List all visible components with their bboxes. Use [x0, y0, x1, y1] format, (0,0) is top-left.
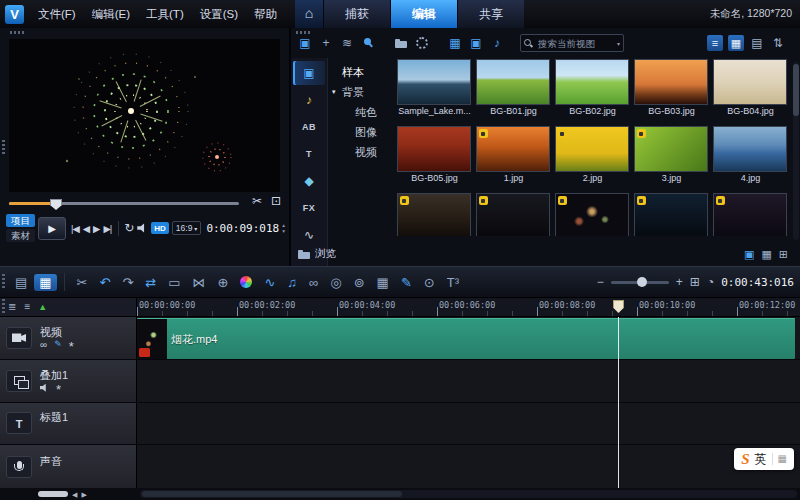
scroll-left-button[interactable]: ◀: [72, 491, 77, 498]
tab-edit[interactable]: 编辑: [390, 0, 457, 28]
speaker-icon[interactable]: [40, 384, 49, 392]
track-type-button[interactable]: [6, 456, 32, 478]
redo-button[interactable]: ↷: [117, 274, 138, 291]
library-thumbnail[interactable]: [555, 193, 631, 236]
show-audio-button[interactable]: ♪: [489, 35, 505, 51]
timecode-spinner[interactable]: ▴ ▾: [282, 222, 285, 234]
library-thumbnail[interactable]: Sample_Lake.m...: [397, 59, 473, 117]
timeline-view-button[interactable]: ▦: [34, 274, 56, 291]
small-grid-view-button[interactable]: ▦: [761, 248, 771, 261]
zoom-in-button[interactable]: +: [676, 275, 683, 289]
library-scrollbar[interactable]: [793, 62, 799, 240]
split-clip-icon[interactable]: ✂: [252, 194, 262, 208]
show-all-media-button[interactable]: ▦: [447, 35, 463, 51]
timeline-clip[interactable]: 烟花.mp4: [137, 318, 795, 359]
ime-toolbar[interactable]: S 英 ▦: [734, 448, 794, 470]
import-folder-button[interactable]: [393, 35, 409, 51]
preview-video[interactable]: [9, 39, 280, 192]
scrubber-handle[interactable]: [50, 199, 62, 210]
category-backgrounds[interactable]: ▾ 背景: [328, 82, 394, 102]
show-photos-button[interactable]: ▣: [468, 35, 484, 51]
tab-share[interactable]: 共享: [457, 0, 524, 28]
timeline-scrollbar-handle[interactable]: [142, 491, 402, 497]
library-thumbnail[interactable]: [476, 193, 552, 236]
nav-audio[interactable]: ♪: [293, 88, 325, 112]
motion-track-button[interactable]: ⊙: [419, 274, 440, 291]
tab-capture[interactable]: 捕获: [323, 0, 390, 28]
track-scroll-handle[interactable]: [38, 491, 68, 497]
duration-clock-icon[interactable]: ◔: [707, 275, 714, 289]
nav-title[interactable]: T: [293, 142, 325, 166]
home-button[interactable]: ⌂: [295, 0, 323, 28]
overlay-track-header[interactable]: 叠加1: [0, 360, 137, 402]
browse-button[interactable]: 浏览: [296, 246, 336, 262]
category-images[interactable]: 图像: [328, 122, 394, 142]
library-thumbnail[interactable]: BG-B01.jpg: [476, 59, 552, 117]
mode-project-button[interactable]: 项目: [6, 214, 35, 227]
library-thumbnail[interactable]: [397, 193, 473, 236]
scrollbar-handle[interactable]: [793, 64, 799, 116]
enlarge-preview-icon[interactable]: ⊡: [271, 194, 281, 208]
fit-project-button[interactable]: ▭: [163, 274, 185, 291]
split-clip-button[interactable]: ⋈: [188, 274, 211, 291]
track-type-button[interactable]: [6, 327, 32, 349]
aspect-ratio-select[interactable]: 16:9 ▾: [172, 221, 202, 235]
scroll-right-button[interactable]: ▶: [81, 491, 86, 498]
library-thumbnail[interactable]: 2.jpg: [555, 126, 631, 184]
undo-button[interactable]: ↶: [95, 274, 116, 291]
menu-item[interactable]: 文件(F): [30, 0, 84, 28]
sound-mixer-button[interactable]: ∿: [259, 274, 280, 291]
record-capture-button[interactable]: ⊚: [349, 274, 370, 291]
track-content[interactable]: [137, 445, 800, 488]
volume-button[interactable]: [137, 223, 148, 233]
category-videos[interactable]: 视频: [328, 142, 394, 162]
filter-media-button[interactable]: ≋: [339, 35, 355, 51]
multicam-editor-button[interactable]: ▦: [372, 274, 394, 291]
zoom-out-button[interactable]: −: [597, 275, 604, 289]
zoom-slider-handle[interactable]: [637, 277, 647, 287]
thumbnail-view-button[interactable]: ▦: [728, 35, 744, 51]
nav-filter[interactable]: FX: [293, 196, 325, 220]
nav-graphic[interactable]: ◆: [293, 169, 325, 193]
preview-scrubber[interactable]: [9, 199, 239, 208]
hd-badge[interactable]: HD: [151, 222, 169, 234]
preview-timecode[interactable]: 0:00:09:018: [206, 222, 279, 235]
menu-item[interactable]: 工具(T): [138, 0, 192, 28]
library-search[interactable]: ▾: [520, 34, 624, 52]
auto-music-button[interactable]: ♫: [282, 274, 302, 291]
search-caret-icon[interactable]: ▾: [617, 40, 620, 47]
mode-clip-button[interactable]: 素材: [6, 229, 35, 242]
video-track-header[interactable]: 视频: [0, 317, 137, 359]
edit-tools-button[interactable]: ✂: [72, 274, 93, 291]
track-type-button[interactable]: [6, 370, 32, 392]
spin-down-icon[interactable]: ▾: [282, 228, 285, 234]
pan-zoom-button[interactable]: ⊕: [213, 274, 234, 291]
title-track-header[interactable]: 标题1: [0, 403, 137, 445]
track-options-button[interactable]: ≡: [24, 302, 30, 312]
playhead-line[interactable]: [618, 317, 619, 488]
library-thumbnail[interactable]: 3.jpg: [634, 126, 710, 184]
repeat-button[interactable]: ↻: [124, 221, 134, 235]
add-track-button[interactable]: ▲: [38, 303, 47, 312]
panel-grip[interactable]: [296, 31, 312, 34]
track-type-button[interactable]: [6, 412, 32, 434]
menu-item[interactable]: 帮助: [246, 0, 285, 28]
effect-icon[interactable]: [54, 340, 62, 349]
fit-timeline-button[interactable]: ⊞: [690, 275, 700, 289]
category-solid[interactable]: 纯色: [328, 102, 394, 122]
title-3d-button[interactable]: T³: [442, 274, 464, 291]
nav-transition[interactable]: AB: [293, 115, 325, 139]
category-samples[interactable]: 样本: [328, 62, 394, 82]
timeline-scrollbar[interactable]: [140, 490, 797, 498]
ripple-edit-button[interactable]: ⇄: [140, 274, 161, 291]
ime-menu-icon[interactable]: ▦: [778, 454, 787, 464]
voice-track-header[interactable]: 声音: [0, 445, 137, 488]
compact-view-button[interactable]: ▤: [749, 35, 765, 51]
nav-media[interactable]: ▣: [293, 61, 325, 85]
library-thumbnail[interactable]: [713, 193, 789, 236]
library-thumbnail[interactable]: BG-B04.jpg: [713, 59, 789, 117]
storyboard-view-button[interactable]: ▤: [10, 274, 32, 291]
sort-button[interactable]: ⇅: [770, 35, 786, 51]
panel-grip[interactable]: [2, 274, 5, 290]
track-manager-button[interactable]: ≣: [8, 302, 16, 312]
